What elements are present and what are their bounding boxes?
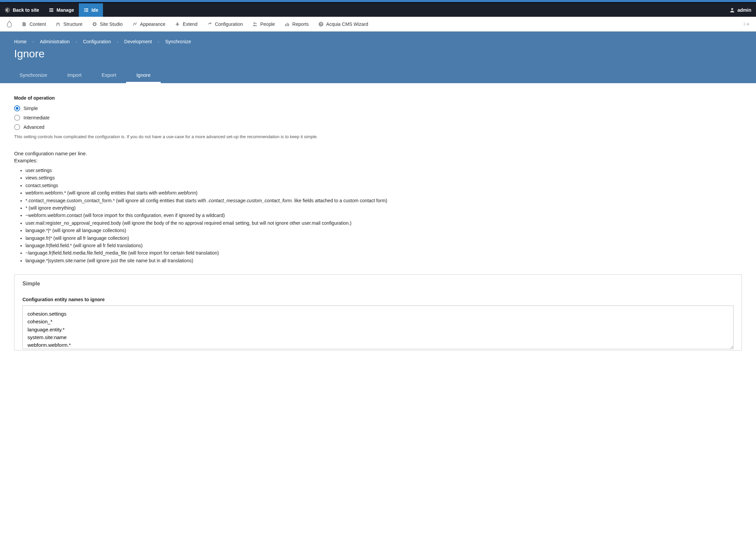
menu-item-label: Content — [30, 21, 46, 27]
example-item: ~webform.webform.contact (will force imp… — [25, 212, 742, 219]
radio-label: Intermediate — [23, 115, 50, 120]
svg-rect-3 — [84, 10, 85, 10]
breadcrumb-item[interactable]: Home — [14, 39, 26, 44]
svg-text:?: ? — [320, 22, 322, 26]
menu-icon — [207, 21, 212, 27]
menu-item-appearance[interactable]: Appearance — [127, 17, 170, 31]
svg-rect-13 — [286, 23, 287, 26]
example-item: language.*|* (will ignore all language c… — [25, 227, 742, 234]
breadcrumb: Home›Administration›Configuration›Develo… — [14, 39, 742, 44]
example-item: language.fr|* (will ignore all fr langua… — [25, 234, 742, 242]
example-item: user.settings — [25, 167, 742, 174]
page-title: Ignore — [14, 48, 742, 60]
radio-icon — [14, 115, 20, 121]
admin-menu: ContentStructureSite StudioAppearanceExt… — [0, 17, 756, 32]
menu-item-label: Reports — [292, 21, 309, 27]
example-item: *.contact_message.custom_contact_form.* … — [25, 197, 742, 204]
example-item: language.*|system.site:name (will ignore… — [25, 257, 742, 264]
radio-icon — [14, 124, 20, 130]
svg-rect-4 — [86, 10, 88, 10]
svg-point-11 — [255, 23, 257, 24]
tab-export[interactable]: Export — [92, 68, 126, 83]
svg-rect-5 — [84, 11, 85, 12]
example-item: * (will ignore everything) — [25, 204, 742, 212]
example-item: webform.webform.* (will ignore all confi… — [25, 189, 742, 197]
user-menu[interactable]: admin — [725, 3, 756, 17]
svg-rect-2 — [86, 8, 88, 9]
back-icon — [5, 7, 10, 13]
mode-help-text: This setting controls how complicated th… — [14, 134, 742, 139]
menu-item-extend[interactable]: Extend — [170, 17, 202, 31]
menu-icon — [175, 21, 180, 27]
desc-line-1: One configuration name per line. — [14, 151, 742, 156]
menu-item-reports[interactable]: Reports — [280, 17, 314, 31]
breadcrumb-item[interactable]: Development — [124, 39, 152, 44]
menu-item-content[interactable]: Content — [17, 17, 51, 31]
menu-item-site-studio[interactable]: Site Studio — [87, 17, 127, 31]
fieldset-legend: Simple — [22, 281, 734, 287]
tab-synchronize[interactable]: Synchronize — [9, 68, 57, 83]
list-icon — [84, 7, 89, 13]
chevron-right-icon: › — [158, 40, 159, 44]
manage-button[interactable]: Manage — [44, 3, 79, 17]
breadcrumb-item[interactable]: Configuration — [83, 39, 111, 44]
main-content: Mode of operation SimpleIntermediateAdva… — [0, 83, 756, 363]
svg-rect-6 — [86, 11, 88, 12]
menu-icon — [132, 21, 138, 27]
page-header: Home›Administration›Configuration›Develo… — [0, 32, 756, 83]
menu-icon: ? — [318, 21, 324, 27]
user-icon — [730, 7, 735, 13]
radio-simple[interactable]: Simple — [14, 105, 742, 111]
tab-ignore[interactable]: Ignore — [126, 68, 161, 83]
simple-fieldset: Simple Configuration entity names to ign… — [14, 274, 742, 350]
ide-label: Ide — [92, 7, 98, 13]
menu-item-structure[interactable]: Structure — [51, 17, 87, 31]
menu-item-configuration[interactable]: Configuration — [202, 17, 248, 31]
collapse-icon[interactable] — [739, 22, 754, 26]
breadcrumb-item[interactable]: Synchronize — [165, 39, 191, 44]
menu-icon — [92, 21, 97, 27]
mode-label: Mode of operation — [14, 95, 742, 101]
menu-item-label: Acquia CMS Wizard — [326, 21, 368, 27]
svg-rect-14 — [288, 23, 289, 26]
menu-item-acquia-cms-wizard[interactable]: ?Acquia CMS Wizard — [314, 17, 373, 31]
config-ignore-textarea[interactable] — [22, 306, 734, 349]
chevron-right-icon: › — [117, 40, 118, 44]
radio-advanced[interactable]: Advanced — [14, 124, 742, 130]
back-to-site-button[interactable]: Back to site — [0, 3, 44, 17]
example-item: contact.settings — [25, 182, 742, 189]
menu-icon — [55, 21, 61, 27]
svg-point-0 — [5, 8, 10, 12]
menu-item-label: Configuration — [215, 21, 243, 27]
menu-item-people[interactable]: People — [248, 17, 280, 31]
menu-item-label: Extend — [183, 21, 198, 27]
radio-icon — [14, 105, 20, 111]
menu-icon — [252, 21, 258, 27]
ide-button[interactable]: Ide — [79, 3, 103, 17]
example-item: user.mail:register_no_approval_required.… — [25, 219, 742, 227]
hamburger-icon — [49, 7, 54, 13]
menu-item-label: Site Studio — [100, 21, 123, 27]
menu-item-label: People — [260, 21, 275, 27]
example-item: language.fr|field.field.* (will ignore a… — [25, 242, 742, 249]
svg-point-7 — [731, 8, 733, 10]
primary-tabs: SynchronizeImportExportIgnore — [0, 68, 756, 83]
menu-item-label: Appearance — [140, 21, 166, 27]
svg-rect-9 — [94, 23, 95, 25]
accent-bar — [0, 0, 756, 3]
desc-line-2: Examples: — [14, 158, 742, 163]
example-item: ~language.fr|field.field.media.file.fiel… — [25, 249, 742, 257]
manage-label: Manage — [57, 7, 74, 13]
radio-intermediate[interactable]: Intermediate — [14, 115, 742, 121]
svg-rect-1 — [84, 8, 85, 9]
tab-import[interactable]: Import — [57, 68, 92, 83]
menu-item-label: Structure — [63, 21, 83, 27]
back-label: Back to site — [13, 7, 39, 13]
radio-label: Simple — [23, 106, 38, 111]
breadcrumb-item[interactable]: Administration — [40, 39, 70, 44]
examples-list: user.settingsviews.settingscontact.setti… — [14, 167, 742, 264]
chevron-right-icon: › — [33, 40, 34, 44]
admin-toolbar: Back to site Manage Ide admin — [0, 3, 756, 17]
example-item: views.settings — [25, 174, 742, 181]
svg-rect-12 — [285, 24, 286, 26]
